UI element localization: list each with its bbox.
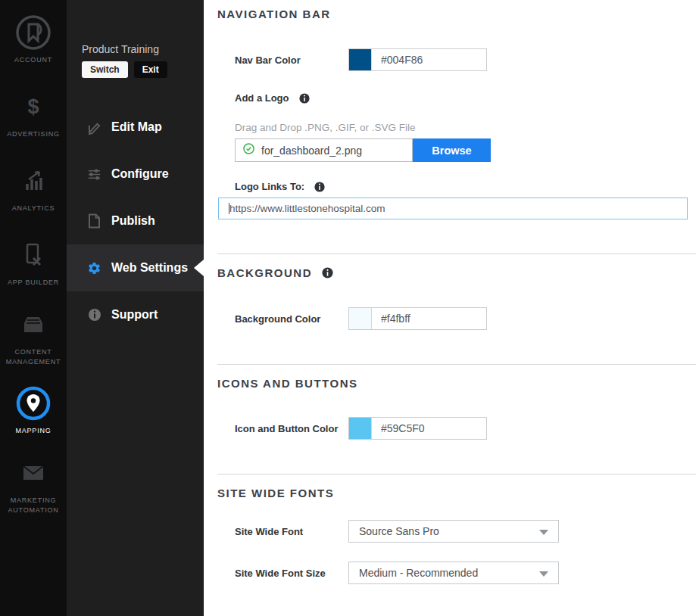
background-color-swatch[interactable] (349, 308, 372, 329)
background-color-row: Background Color (217, 307, 696, 330)
section-title-text: NAVIGATION BAR (217, 8, 331, 20)
site-wide-font-value: Source Sans Pro (359, 525, 439, 537)
section-title-text: BACKGROUND (217, 266, 312, 279)
map-pin-icon (15, 385, 51, 422)
site-wide-font-size-label: Site Wide Font Size (235, 568, 348, 579)
menu-item-support[interactable]: Support (67, 291, 204, 338)
section-title-navigation-bar: NAVIGATION BAR (217, 8, 696, 20)
active-item-arrow (194, 260, 204, 276)
nav-bar-color-input-group (348, 48, 487, 71)
site-wide-font-label: Site Wide Font (235, 526, 348, 537)
project-block: Product Training Switch Exit (67, 0, 204, 78)
icon-button-color-input[interactable] (372, 418, 486, 439)
info-icon[interactable] (314, 182, 325, 192)
background-color-label: Background Color (235, 313, 348, 325)
section-title-icons-buttons: ICONS AND BUTTONS (217, 377, 696, 390)
logo-url-value: https://www.littlestonehospital.com (229, 203, 385, 214)
menu-item-label: Support (111, 308, 158, 322)
nav-bar-color-label: Nav Bar Color (235, 54, 348, 66)
site-wide-font-row: Site Wide Font Source Sans Pro (217, 520, 696, 543)
menu-sidebar: Product Training Switch Exit Edit Map (67, 0, 204, 616)
menu-item-label: Publish (111, 214, 155, 228)
check-circle-icon (243, 143, 254, 157)
sidebar-item-label: ANALYTICS (3, 204, 64, 214)
web-settings-panel: NAVIGATION BAR Nav Bar Color Add a Logo … (204, 0, 696, 616)
add-logo-block: Add a Logo (235, 92, 696, 104)
section-title-text: SITE WIDE FONTS (217, 487, 334, 499)
section-divider (217, 254, 696, 254)
gear-icon (87, 261, 101, 275)
sidebar-item-marketing-automation[interactable]: MARKETING AUTOMATION (0, 448, 67, 522)
icon-rail-sidebar: ACCOUNT $ ADVERTISING ANALYTICS (0, 0, 67, 616)
icon-button-color-label: Icon and Button Color (235, 423, 348, 434)
phone-tools-icon (21, 237, 45, 273)
info-icon[interactable] (322, 267, 333, 278)
project-name: Product Training (82, 43, 204, 55)
site-wide-font-size-row: Site Wide Font Size Medium - Recommended (217, 562, 696, 584)
add-logo-label: Add a Logo (235, 92, 289, 104)
chevron-down-icon (539, 571, 548, 577)
switch-button[interactable]: Switch (82, 61, 128, 78)
document-icon (87, 213, 101, 229)
logo-file-name: for_dashboard_2.png (261, 145, 362, 157)
archive-drawer-icon (20, 306, 46, 343)
app-window: ACCOUNT $ ADVERTISING ANALYTICS (0, 0, 696, 616)
browse-button[interactable]: Browse (413, 138, 491, 162)
background-color-input[interactable] (372, 308, 486, 329)
section-title-site-wide-fonts: SITE WIDE FONTS (217, 487, 696, 499)
envelope-icon (20, 455, 46, 491)
icon-button-color-row: Icon and Button Color (217, 417, 696, 440)
site-wide-font-size-value: Medium - Recommended (359, 567, 478, 579)
section-title-background: BACKGROUND (217, 266, 696, 279)
logo-file-row: for_dashboard_2.png Browse (235, 138, 491, 162)
info-icon[interactable] (299, 93, 310, 104)
nav-bar-color-row: Nav Bar Color (217, 48, 696, 71)
section-divider (217, 474, 696, 474)
site-wide-font-size-dropdown[interactable]: Medium - Recommended (348, 562, 559, 584)
exit-button[interactable]: Exit (134, 61, 167, 78)
menu-item-edit-map[interactable]: Edit Map (67, 104, 204, 151)
nav-bar-color-swatch[interactable] (349, 49, 372, 70)
menu-item-web-settings[interactable]: Web Settings (67, 244, 204, 291)
sidebar-item-label: ACCOUNT (3, 55, 64, 66)
background-color-input-group (348, 307, 487, 330)
nav-bar-color-input[interactable] (372, 49, 486, 70)
site-wide-font-dropdown[interactable]: Source Sans Pro (348, 520, 559, 543)
sidebar-item-label: CONTENT MANAGEMENT (3, 347, 64, 368)
menu-item-configure[interactable]: Configure (67, 151, 204, 198)
bar-chart-arrow-icon (21, 163, 45, 199)
sidebar-item-analytics[interactable]: ANALYTICS (0, 151, 67, 226)
sidebar-item-mapping[interactable]: MAPPING (0, 374, 67, 448)
drag-drop-hint: Drag and Drop .PNG, .GIF, or .SVG File (235, 122, 696, 133)
menu-nav: Edit Map Configure (67, 104, 204, 338)
sidebar-item-app-builder[interactable]: APP BUILDER (0, 226, 67, 300)
account-brand-logo-icon (14, 14, 53, 51)
section-title-text: ICONS AND BUTTONS (217, 377, 358, 390)
menu-item-publish[interactable]: Publish (67, 198, 204, 244)
sidebar-item-label: APP BUILDER (3, 278, 64, 288)
pencil-icon (87, 120, 101, 135)
sidebar-item-account[interactable]: ACCOUNT (0, 3, 67, 77)
logo-links-block: Logo Links To: (235, 181, 696, 192)
logo-url-input[interactable]: https://www.littlestonehospital.com (218, 198, 688, 219)
sidebar-item-label: ADVERTISING (3, 129, 64, 140)
chevron-down-icon (539, 530, 548, 535)
info-circle-icon (87, 308, 101, 322)
section-divider (217, 364, 696, 365)
sidebar-item-content-management[interactable]: CONTENT MANAGEMENT (0, 300, 67, 374)
sidebar-item-advertising[interactable]: $ ADVERTISING (0, 77, 67, 151)
sidebar-item-label: MAPPING (3, 426, 64, 437)
menu-item-label: Configure (111, 167, 169, 181)
sliders-icon (87, 167, 101, 182)
icon-button-color-input-group (348, 417, 487, 440)
icon-button-color-swatch[interactable] (349, 418, 372, 439)
sidebar-item-label: MARKETING AUTOMATION (3, 496, 64, 516)
logo-links-label: Logo Links To: (235, 181, 304, 192)
menu-item-label: Edit Map (111, 120, 162, 134)
menu-item-label: Web Settings (111, 261, 188, 275)
logo-file-input[interactable]: for_dashboard_2.png (235, 138, 413, 162)
dollar-icon: $ (27, 89, 39, 125)
